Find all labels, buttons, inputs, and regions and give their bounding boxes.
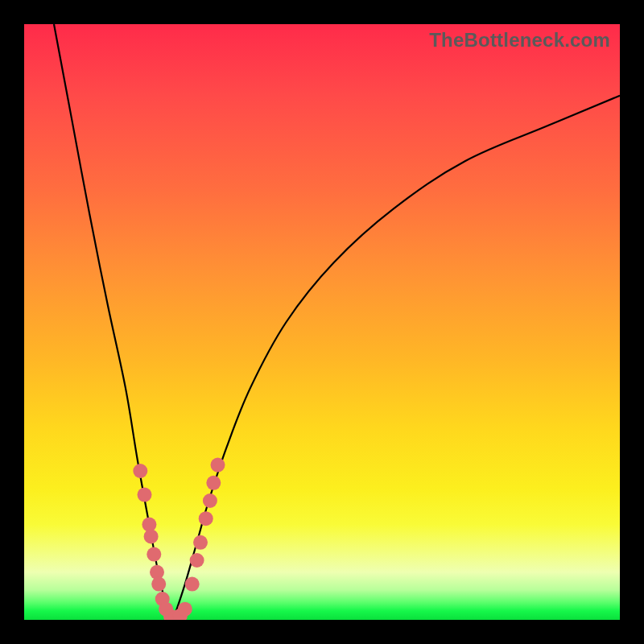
chart-svg [24, 24, 620, 620]
highlight-dot [211, 458, 225, 473]
highlight-dot [193, 535, 208, 550]
right-branch-path [173, 96, 620, 620]
plot-area: TheBottleneck.com [24, 24, 620, 620]
highlight-dot [144, 529, 159, 543]
highlight-dot [138, 488, 152, 502]
highlight-dot [178, 602, 192, 617]
outer-frame: TheBottleneck.com [0, 0, 644, 644]
left-branch-path [54, 24, 173, 620]
highlight-dot [199, 511, 213, 526]
highlight-dot [147, 547, 161, 562]
highlight-dots-group [133, 458, 225, 620]
curve-group [54, 24, 620, 620]
highlight-dot [151, 577, 166, 592]
highlight-dot [185, 577, 200, 592]
highlight-dot [133, 464, 147, 478]
highlight-dot [206, 476, 221, 490]
highlight-dot [203, 493, 217, 508]
highlight-dot [190, 553, 204, 568]
